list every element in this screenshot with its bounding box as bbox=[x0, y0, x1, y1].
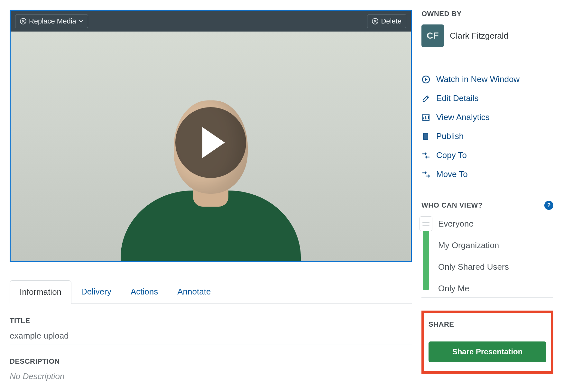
action-label: View Analytics bbox=[436, 112, 490, 122]
action-label: Edit Details bbox=[436, 93, 479, 103]
close-circle-icon bbox=[372, 18, 378, 24]
action-label: Publish bbox=[436, 131, 464, 141]
close-circle-icon bbox=[20, 18, 26, 24]
tab-delivery[interactable]: Delivery bbox=[71, 280, 121, 304]
edit-icon bbox=[421, 95, 430, 102]
description-value: No Description bbox=[10, 371, 412, 381]
description-section: DESCRIPTION No Description bbox=[10, 344, 412, 381]
owner-name: Clark Fitzgerald bbox=[450, 31, 508, 41]
action-label: Watch in New Window bbox=[436, 74, 520, 84]
title-section: TITLE example upload bbox=[10, 304, 412, 344]
view-option-my-organization[interactable]: My Organization bbox=[438, 240, 553, 250]
play-button[interactable] bbox=[175, 107, 246, 178]
title-value: example upload bbox=[10, 331, 412, 341]
delete-label: Delete bbox=[381, 17, 401, 25]
avatar: CF bbox=[421, 24, 444, 47]
sidebar-actions: Watch in New Window Edit Details View An… bbox=[421, 70, 553, 184]
divider bbox=[421, 60, 553, 60]
title-label: TITLE bbox=[10, 317, 412, 325]
copy-to-icon bbox=[421, 152, 430, 159]
replace-media-label: Replace Media bbox=[29, 17, 76, 25]
move-to-icon bbox=[421, 171, 430, 178]
action-publish[interactable]: Publish bbox=[421, 127, 553, 146]
action-watch-new-window[interactable]: Watch in New Window bbox=[421, 70, 553, 89]
caret-down-icon bbox=[79, 20, 83, 23]
view-option-only-shared-users[interactable]: Only Shared Users bbox=[438, 262, 553, 272]
slider-track bbox=[423, 230, 429, 290]
sidebar: OWNED BY CF Clark Fitzgerald Watch in Ne… bbox=[421, 10, 553, 381]
visibility-slider[interactable] bbox=[421, 216, 430, 290]
replace-media-button[interactable]: Replace Media bbox=[15, 14, 88, 28]
tab-annotate[interactable]: Annotate bbox=[168, 280, 220, 304]
who-can-view-heading: WHO CAN VIEW? bbox=[421, 201, 483, 210]
share-presentation-button[interactable]: Share Presentation bbox=[429, 341, 546, 362]
action-label: Copy To bbox=[436, 150, 467, 160]
svg-rect-4 bbox=[424, 134, 428, 139]
tabs: Information Delivery Actions Annotate bbox=[10, 280, 412, 304]
description-label: DESCRIPTION bbox=[10, 357, 412, 366]
play-circle-icon bbox=[421, 75, 430, 84]
video-player: Replace Media Delete bbox=[10, 10, 412, 262]
owned-by-heading: OWNED BY bbox=[421, 10, 553, 18]
share-section: SHARE Share Presentation bbox=[421, 311, 553, 374]
play-icon bbox=[202, 127, 225, 158]
action-label: Move To bbox=[436, 169, 468, 179]
divider bbox=[421, 191, 553, 191]
help-icon[interactable]: ? bbox=[544, 201, 553, 210]
action-view-analytics[interactable]: View Analytics bbox=[421, 108, 553, 127]
view-option-everyone[interactable]: Everyone bbox=[438, 219, 553, 229]
view-option-only-me[interactable]: Only Me bbox=[438, 284, 553, 294]
who-can-view-section: WHO CAN VIEW? ? Everyone My Organization… bbox=[421, 201, 553, 290]
owner-row: CF Clark Fitzgerald bbox=[421, 24, 553, 47]
slider-handle[interactable] bbox=[420, 216, 432, 231]
book-icon bbox=[421, 132, 430, 141]
share-heading: SHARE bbox=[429, 320, 546, 329]
action-edit-details[interactable]: Edit Details bbox=[421, 89, 553, 108]
video-toolbar: Replace Media Delete bbox=[11, 11, 411, 32]
analytics-icon bbox=[421, 114, 430, 121]
action-copy-to[interactable]: Copy To bbox=[421, 146, 553, 165]
divider bbox=[421, 297, 553, 298]
delete-button[interactable]: Delete bbox=[367, 14, 406, 28]
tab-actions[interactable]: Actions bbox=[121, 280, 168, 304]
tab-information[interactable]: Information bbox=[10, 280, 71, 304]
action-move-to[interactable]: Move To bbox=[421, 165, 553, 184]
